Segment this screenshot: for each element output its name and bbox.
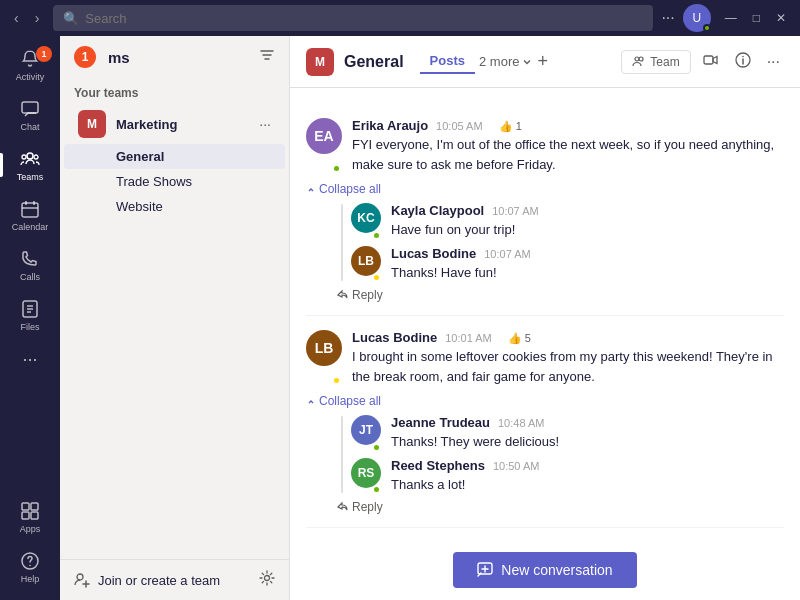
maximize-button[interactable]: □ (747, 9, 766, 27)
reply-content-kayla: Kayla Claypool 10:07 AM Have fun on your… (391, 203, 784, 240)
reply-text-jeanne: Thanks! They were delicious! (391, 432, 784, 452)
filter-button[interactable] (259, 47, 275, 67)
chat-icon (19, 98, 41, 120)
activity-badge: 1 (36, 46, 52, 62)
replies-container-1: KC Kayla Claypool 10:07 AM Have fun on y… (343, 200, 784, 285)
team-button-label: Team (650, 55, 679, 69)
calls-icon (19, 248, 41, 270)
new-conversation-button[interactable]: New conversation (453, 552, 636, 588)
reply-sender-jeanne: Jeanne Trudeau (391, 415, 490, 430)
tab-more-label: 2 more (479, 54, 519, 69)
channel-name-general: General (116, 149, 164, 164)
calls-label: Calls (20, 272, 40, 282)
activity-label: Activity (16, 72, 45, 82)
team-item-marketing[interactable]: M Marketing ··· (64, 104, 285, 144)
message-thread-2: LB Lucas Bodine 10:01 AM 👍 5 I brought i… (306, 316, 784, 528)
reply-button-1[interactable]: Reply (324, 285, 784, 305)
forward-button[interactable]: › (29, 6, 46, 30)
reply-group-2: JT Jeanne Trudeau 10:48 AM Thanks! They … (324, 412, 784, 497)
reply-content-reed: Reed Stephens 10:50 AM Thanks a lot! (391, 458, 784, 495)
teams-label: Teams (17, 172, 44, 182)
svg-point-18 (742, 55, 744, 57)
sidebar-item-teams[interactable]: Teams (0, 140, 60, 190)
add-tab-button[interactable]: + (537, 51, 548, 72)
messages-area: EA Erika Araujo 10:05 AM 👍 1 FYI everyon… (290, 88, 800, 540)
message-header-2: Lucas Bodine 10:01 AM 👍 5 (352, 330, 784, 345)
svg-rect-0 (22, 102, 38, 113)
team-more-button[interactable]: ··· (259, 116, 271, 132)
apps-icon (19, 500, 41, 522)
minimize-button[interactable]: — (719, 9, 743, 27)
more-options-icon[interactable]: ··· (661, 9, 674, 27)
reply-group-1: KC Kayla Claypool 10:07 AM Have fun on y… (324, 200, 784, 285)
svg-point-11 (29, 565, 31, 567)
join-team-button[interactable]: Join or create a team (74, 572, 220, 588)
search-bar[interactable]: 🔍 (53, 5, 653, 31)
reaction-1: 👍 1 (499, 120, 522, 133)
reply-sender-kayla: Kayla Claypool (391, 203, 484, 218)
teams-icon (19, 148, 41, 170)
close-button[interactable]: ✕ (770, 9, 792, 27)
team-button[interactable]: Team (621, 50, 690, 74)
svg-point-13 (265, 576, 270, 581)
info-button[interactable] (731, 48, 755, 76)
title-bar-right: ··· U — □ ✕ (661, 4, 792, 32)
reply-avatar-wrap-lucas1: LB (351, 246, 381, 283)
channel-name-website: Website (116, 199, 163, 214)
svg-rect-8 (22, 512, 29, 519)
nav-buttons[interactable]: ‹ › (8, 6, 45, 30)
collapse-all-1[interactable]: Collapse all (306, 178, 784, 200)
collapse-all-2[interactable]: Collapse all (306, 390, 784, 412)
reply-avatar-wrap-reed: RS (351, 458, 381, 495)
settings-button[interactable] (259, 570, 275, 590)
content-channel-avatar: M (306, 48, 334, 76)
window-controls[interactable]: — □ ✕ (719, 9, 792, 27)
video-button[interactable] (699, 48, 723, 76)
avatar-erika: EA (306, 118, 342, 154)
reply-time-kayla: 10:07 AM (492, 205, 538, 217)
channel-name-tradeshows: Trade Shows (116, 174, 192, 189)
reply-text-reed: Thanks a lot! (391, 475, 784, 495)
sidebar-item-calls[interactable]: Calls (0, 240, 60, 290)
back-button[interactable]: ‹ (8, 6, 25, 30)
teams-panel: 1 ms Your teams M Marketing ··· General … (60, 36, 290, 600)
channel-item-general[interactable]: General (64, 144, 285, 169)
avatar-wrap-lucas2: LB (306, 330, 342, 386)
reply-time-lucas1: 10:07 AM (484, 248, 530, 260)
svg-point-1 (27, 153, 33, 159)
search-input[interactable] (85, 11, 643, 26)
content-header-right: Team ··· (621, 48, 784, 76)
sidebar-item-apps[interactable]: Apps (0, 492, 60, 542)
sidebar-item-chat[interactable]: Chat (0, 90, 60, 140)
channel-item-tradeshows[interactable]: Trade Shows (64, 169, 285, 194)
more-icon: ··· (19, 348, 41, 370)
sidebar-item-calendar[interactable]: Calendar (0, 190, 60, 240)
channel-item-website[interactable]: Website (64, 194, 285, 219)
status-dot-lucas1 (372, 273, 381, 282)
avatar-lucas2: LB (306, 330, 342, 366)
replies-container-2: JT Jeanne Trudeau 10:48 AM Thanks! They … (343, 412, 784, 497)
reaction-2: 👍 5 (508, 332, 531, 345)
more-button[interactable]: ··· (763, 49, 784, 75)
svg-point-12 (77, 574, 83, 580)
reply-button-2[interactable]: Reply (324, 497, 784, 517)
message-time-1: 10:05 AM (436, 120, 482, 132)
header-title-row: 1 ms (74, 46, 130, 68)
svg-point-2 (22, 155, 26, 159)
reply-sender-reed: Reed Stephens (391, 458, 485, 473)
tab-more[interactable]: 2 more (479, 54, 533, 69)
user-avatar[interactable]: U (683, 4, 711, 32)
sidebar-item-help[interactable]: Help (0, 542, 60, 592)
tab-posts[interactable]: Posts (420, 49, 475, 74)
files-icon (19, 298, 41, 320)
message-text-1: FYI everyone, I'm out of the office the … (352, 135, 784, 174)
message-content-2: Lucas Bodine 10:01 AM 👍 5 I brought in s… (352, 330, 784, 386)
content-header: M General Posts 2 more + Team (290, 36, 800, 88)
sidebar-item-activity[interactable]: Activity 1 (0, 40, 60, 90)
reply-avatar-wrap-jeanne: JT (351, 415, 381, 452)
sidebar-item-files[interactable]: Files (0, 290, 60, 340)
join-team-label: Join or create a team (98, 573, 220, 588)
sidebar-item-more[interactable]: ··· (0, 340, 60, 378)
title-bar: ‹ › 🔍 ··· U — □ ✕ (0, 0, 800, 36)
reply-header-kayla: Kayla Claypool 10:07 AM (391, 203, 784, 218)
